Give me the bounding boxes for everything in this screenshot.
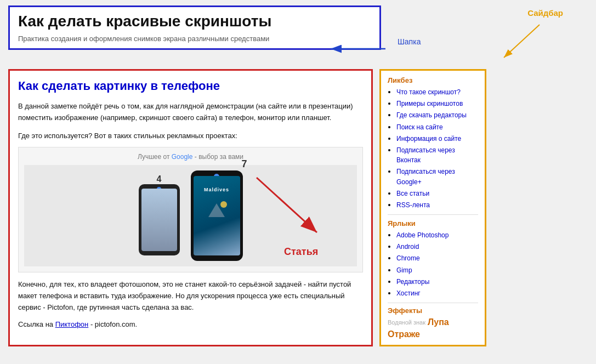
article-para4: Ссылка на Пиктофон - pictofon.com. — [18, 319, 363, 331]
list-item[interactable]: Подписаться через Google+ — [396, 167, 478, 186]
piktofon-link[interactable]: Пиктофон — [55, 320, 89, 328]
sidebar-divider-1 — [388, 214, 478, 215]
sidebar-section-title-yarlyki: Ярлыки — [388, 219, 478, 228]
phone-small-left: 4 — [139, 184, 180, 255]
red-arrow-annotation — [251, 172, 339, 246]
article-para2: Где это используется? Вот в таких стильн… — [18, 130, 363, 142]
effekty-item-vodyanoy: Водяной знак — [388, 319, 425, 326]
list-item[interactable]: Gimp — [396, 265, 478, 275]
sajdbar-arrow — [496, 22, 545, 68]
main-row: Как сделать картинку в телефоне В данной… — [8, 69, 588, 346]
effekty-items: Водяной знак Лупа Отраже — [388, 317, 478, 339]
list-item[interactable]: Примеры скриншотов — [396, 99, 478, 109]
list-item[interactable]: RSS-лента — [396, 200, 478, 210]
sidebar-section-effekty: Эффекты Водяной знак Лупа Отраже — [388, 306, 478, 339]
list-item[interactable]: Android — [396, 242, 478, 252]
phone-large-center: 7 Maldives — [191, 170, 243, 261]
sidebar-divider-2 — [388, 303, 478, 303]
article-title: Как сделать картинку в телефоне — [18, 79, 363, 93]
sidebar-box: Ликбез Что такое скриншот? Примеры скрин… — [379, 69, 486, 346]
list-item[interactable]: Поиск на сайте — [396, 122, 478, 132]
article-para3: Конечно, для тех, кто владеет фотошопом,… — [18, 279, 363, 313]
list-item[interactable]: Редакторы — [396, 277, 478, 287]
header-title: Как делать красивые скриншоты — [18, 13, 371, 30]
effekty-item-otraje[interactable]: Отраже — [388, 329, 420, 339]
list-item[interactable]: Где скачать редакторы — [396, 110, 478, 120]
effekty-item-lupa[interactable]: Лупа — [428, 317, 449, 327]
list-item[interactable]: Хостинг — [396, 288, 478, 298]
article-box: Как сделать картинку в телефоне В данной… — [8, 69, 373, 346]
list-item[interactable]: Что такое скриншот? — [396, 87, 478, 97]
ad-label: Лучшее от Google - выбор за вами — [24, 153, 357, 161]
sidebar-list-likbez: Что такое скриншот? Примеры скриншотов Г… — [388, 87, 478, 210]
header-box: Как делать красивые скриншоты Практика с… — [8, 5, 381, 50]
sidebar-section-title-effekty: Эффекты — [388, 306, 478, 315]
list-item[interactable]: Adobe Photoshop — [396, 230, 478, 240]
list-item[interactable]: Подписаться через Вконтак — [396, 145, 478, 165]
list-item[interactable]: Информация о сайте — [396, 134, 478, 144]
svg-line-7 — [257, 178, 317, 232]
sidebar-section-title-likbez: Ликбез — [388, 76, 478, 84]
statya-label: Статья — [284, 246, 318, 258]
page-wrapper: Как делать красивые скриншоты Практика с… — [0, 0, 596, 352]
header-subtitle: Практика создания и оформления снимков э… — [18, 35, 371, 43]
sidebar-list-yarlyki: Adobe Photoshop Android Chrome Gimp Реда… — [388, 230, 478, 298]
list-item[interactable]: Все статьи — [396, 189, 478, 198]
svg-point-5 — [220, 201, 227, 208]
sajdbar-label: Сайдбар — [527, 8, 563, 18]
shapka-label: Шапка — [398, 37, 421, 47]
article-para1: В данной заметке пойдёт речь о том, как … — [18, 101, 363, 124]
svg-line-3 — [504, 25, 540, 58]
list-item[interactable]: Chrome — [396, 253, 478, 263]
